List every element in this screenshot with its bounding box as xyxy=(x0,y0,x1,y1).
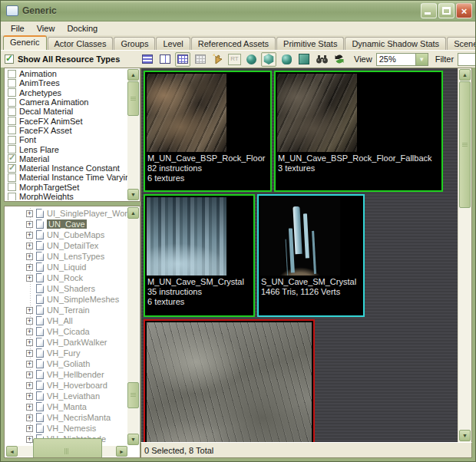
resource-type-item[interactable]: Animation xyxy=(5,69,127,78)
scroll-down-button[interactable] xyxy=(127,434,139,445)
tree-expander-icon[interactable] xyxy=(26,243,33,249)
menu-item[interactable]: File xyxy=(5,23,30,34)
scroll-up-button[interactable] xyxy=(127,207,139,219)
resource-type-checkbox[interactable] xyxy=(8,70,16,78)
tab[interactable]: Groups xyxy=(114,37,155,50)
tree-expander-icon[interactable] xyxy=(26,307,33,314)
tree-expander-icon[interactable] xyxy=(26,414,33,421)
resource-type-item[interactable]: Decal Material xyxy=(5,107,127,116)
tree-item[interactable]: VH_Hoverboard xyxy=(6,380,127,391)
scroll-up-button[interactable] xyxy=(459,69,471,81)
menu-item[interactable]: View xyxy=(31,23,61,34)
scroll-down-button[interactable] xyxy=(459,430,471,441)
resource-type-checkbox[interactable] xyxy=(8,193,16,201)
tree-item[interactable]: VH_Manta xyxy=(6,401,127,412)
view-zoom-dropdown[interactable]: 25% ▼ xyxy=(376,53,428,66)
resource-type-checkbox[interactable] xyxy=(8,88,16,97)
tree-item[interactable]: UN_LensTypes xyxy=(6,251,127,262)
tree-expander-icon[interactable] xyxy=(26,393,33,400)
tree-item[interactable]: UN_Terrain xyxy=(6,305,127,315)
tree-expander-icon[interactable] xyxy=(26,404,33,411)
resource-type-checkbox[interactable] xyxy=(8,136,16,144)
faceted-sphere-primitive-button[interactable] xyxy=(261,52,276,67)
scrollbar-thumb[interactable] xyxy=(127,382,139,408)
tree-item[interactable]: UN_DetailTex xyxy=(6,240,127,251)
checklist-scrollbar[interactable] xyxy=(127,69,139,200)
resource-type-item[interactable]: Material xyxy=(5,154,127,163)
tree-item[interactable]: VH_Nemesis xyxy=(6,423,127,434)
tree-item[interactable]: VH_Fury xyxy=(6,348,127,358)
tree-item[interactable]: UN_SimpleMeshes xyxy=(6,294,127,305)
resource-type-item[interactable]: Archetypes xyxy=(5,88,127,97)
tree-item[interactable]: VH_Leviathan xyxy=(6,391,127,401)
tree-item[interactable]: UN_CubeMaps xyxy=(6,229,127,240)
asset-tile[interactable] xyxy=(144,319,315,442)
maximize-button[interactable] xyxy=(438,3,455,18)
tree-expander-icon[interactable] xyxy=(26,318,33,325)
tree-item[interactable]: VH_Hellbender xyxy=(6,369,127,380)
tree-expander-icon[interactable] xyxy=(26,264,33,271)
tree-expander-icon[interactable] xyxy=(26,361,33,368)
close-button[interactable]: × xyxy=(456,3,472,18)
resource-type-item[interactable]: FaceFX AnimSet xyxy=(5,116,127,125)
resource-type-checkbox[interactable] xyxy=(8,98,16,107)
tree-expander-icon[interactable] xyxy=(26,350,33,357)
resource-type-item[interactable]: Material Instance Time Varying xyxy=(5,173,127,182)
tab[interactable]: Dynamic Shadow Stats xyxy=(345,37,446,50)
pick-tool-button[interactable] xyxy=(210,52,226,67)
tab[interactable]: Primitive Stats xyxy=(276,37,344,50)
asset-tile[interactable]: M_UN_Cave_BSP_Rock_Floor_Fallback 3 text… xyxy=(274,71,443,192)
filter-input[interactable] xyxy=(458,53,476,66)
tree-item[interactable]: UN_Shaders xyxy=(6,283,127,294)
resource-type-checkbox[interactable] xyxy=(8,164,16,173)
tree-expander-icon[interactable] xyxy=(26,436,33,443)
tree-item[interactable]: VH_Goliath xyxy=(6,358,127,369)
resource-type-checkbox[interactable] xyxy=(8,107,16,116)
scroll-left-button[interactable] xyxy=(6,446,18,457)
scrollbar-thumb[interactable] xyxy=(33,438,102,458)
tab[interactable]: Generic xyxy=(3,35,47,50)
split-view-button[interactable] xyxy=(157,52,173,67)
show-all-checkbox[interactable] xyxy=(5,54,14,64)
tree-expander-icon[interactable] xyxy=(26,339,33,346)
chevron-down-icon[interactable]: ▼ xyxy=(415,54,428,65)
tree-vertical-scrollbar[interactable] xyxy=(127,207,139,445)
resource-type-item[interactable]: FaceFX Asset xyxy=(5,126,127,135)
menu-item[interactable]: Docking xyxy=(61,23,103,34)
resource-type-checkbox[interactable] xyxy=(8,79,16,87)
minimize-button[interactable] xyxy=(421,3,437,18)
tree-expander-icon[interactable] xyxy=(26,425,33,432)
scroll-right-button[interactable] xyxy=(116,446,127,457)
resource-type-checkbox[interactable] xyxy=(8,183,16,191)
tree-expander-icon[interactable] xyxy=(26,221,33,228)
tab[interactable]: Level xyxy=(156,37,190,50)
viewport-scrollbar[interactable] xyxy=(458,68,471,442)
tab[interactable]: Actor Classes xyxy=(48,37,114,50)
tree-item[interactable]: UN_Rock xyxy=(6,272,127,283)
tab[interactable]: Scene Manager xyxy=(447,37,476,50)
asset-tile[interactable]: M_UN_Cave_BSP_Rock_Floor 82 instructions… xyxy=(144,71,272,192)
thumbnail-view-button[interactable] xyxy=(175,52,190,67)
tree-horizontal-scrollbar[interactable] xyxy=(6,446,127,457)
tree-expander-icon[interactable] xyxy=(26,210,33,217)
sphere-primitive-button[interactable] xyxy=(243,52,259,67)
scrollbar-thumb[interactable] xyxy=(127,81,139,116)
tree-expander-icon[interactable] xyxy=(26,371,33,378)
asset-tile[interactable]: S_UN_Cave_SM_Crystal 1466 Tris, 1126 Ver… xyxy=(257,194,365,317)
scroll-up-button[interactable] xyxy=(127,69,139,81)
render-target-icon[interactable]: RT xyxy=(228,54,241,65)
resource-type-checkbox[interactable] xyxy=(8,173,16,182)
resource-type-item[interactable]: Lens Flare xyxy=(5,144,127,153)
show-all-resource-types[interactable]: Show All Resource Types xyxy=(1,54,137,64)
refresh-button[interactable] xyxy=(332,52,347,67)
resource-type-item[interactable]: Font xyxy=(5,135,127,144)
tree-item[interactable]: UN_Cave xyxy=(6,219,127,229)
tree-item[interactable]: VH_Cicada xyxy=(6,326,127,337)
rounded-primitive-button[interactable] xyxy=(279,52,294,67)
tree-expander-icon[interactable] xyxy=(26,328,33,335)
resource-type-item[interactable]: Material Instance Constant xyxy=(5,163,127,173)
cube-primitive-button[interactable] xyxy=(296,52,312,67)
tree-item[interactable]: UI_SinglePlayer_World xyxy=(6,208,127,219)
resource-type-item[interactable]: MorphWeights xyxy=(5,192,127,200)
scrollbar-thumb[interactable] xyxy=(459,81,471,208)
